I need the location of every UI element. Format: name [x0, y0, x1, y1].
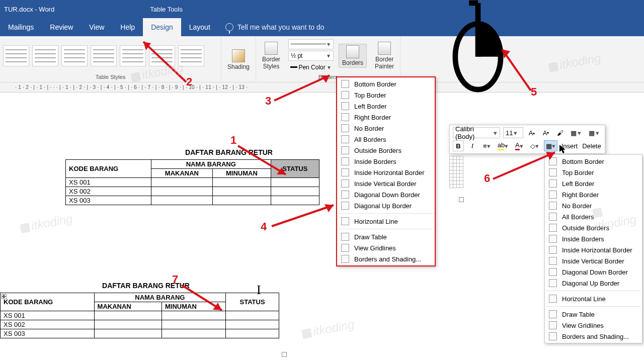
border-styles-button[interactable]: Border Styles [259, 41, 283, 71]
border-option-icon [341, 191, 349, 199]
menu-item-draw-table[interactable]: Draw Table [337, 231, 435, 242]
table-style-3[interactable] [61, 45, 88, 66]
table-style-1[interactable] [3, 45, 29, 66]
menu-item-horizontal-line[interactable]: Horizontal Line [545, 293, 642, 304]
th-makanan[interactable]: MAKANAN [151, 169, 212, 178]
grow-font-icon[interactable]: A▴ [526, 127, 537, 138]
th-status[interactable]: STATUS [271, 160, 319, 178]
ruler[interactable]: · 1 · 2 · | · 1 · | · · · | · 1 · | · 2 … [0, 82, 644, 93]
bold-button[interactable]: B [453, 140, 464, 151]
group-shading: Shading [221, 36, 256, 82]
th-kode[interactable]: KODE BARANG [66, 160, 151, 178]
table-2[interactable]: KODE BARANG NAMA BARANG STATUS MAKANAN M… [0, 293, 279, 338]
menu-item-top-border[interactable]: Top Border [337, 89, 435, 101]
table-resize-handle[interactable] [282, 352, 287, 357]
table-style-5[interactable] [120, 45, 146, 66]
pen-color-select[interactable]: Pen Color▾ [288, 62, 334, 72]
watermark: itkoding [301, 317, 355, 340]
menu-item-all-borders[interactable]: All Borders [545, 211, 642, 222]
tab-mailings[interactable]: Mailings [0, 18, 42, 36]
ribbon: Table Styles Shading Border Styles ▾ ½ p… [0, 36, 644, 82]
tell-me[interactable]: Tell me what you want to do [218, 23, 332, 31]
table-cell[interactable]: XS 001 [1, 311, 95, 320]
menu-item-inside-borders[interactable]: Inside Borders [337, 156, 435, 167]
menu-item-bottom-border[interactable]: Bottom Border [545, 156, 642, 167]
menu-item-left-border[interactable]: Left Border [337, 101, 435, 112]
menu-item-inside-vertical-border[interactable]: Inside Vertical Border [545, 255, 642, 266]
mini-size-select[interactable]: 11▾ [503, 127, 523, 138]
menu-item-diagonal-down-border[interactable]: Diagonal Down Border [337, 189, 435, 200]
table-cell[interactable]: XS 002 [1, 320, 95, 329]
menu-item-inside-borders[interactable]: Inside Borders [545, 233, 642, 244]
th-kode[interactable]: KODE BARANG [1, 293, 95, 311]
line-style-select[interactable]: ▾ [288, 39, 334, 49]
menu-item-horizontal-line[interactable]: Horizontal Line [337, 216, 435, 227]
menu-item-no-border[interactable]: No Border [545, 200, 642, 211]
menu-item-inside-horizontal-border[interactable]: Inside Horizontal Border [545, 244, 642, 255]
table-style-2[interactable] [32, 45, 58, 66]
border-option-icon [341, 157, 349, 165]
menu-item-right-border[interactable]: Right Border [545, 189, 642, 200]
menu-item-left-border[interactable]: Left Border [545, 178, 642, 189]
mini-borders-btn[interactable]: ▦▾ [569, 127, 584, 138]
tab-help[interactable]: Help [112, 18, 143, 36]
border-painter-label: Border Painter [375, 56, 394, 70]
title-bar: TUR.docx - Word Table Tools [0, 0, 644, 18]
table-style-4[interactable] [91, 45, 117, 66]
table-cell[interactable]: XS 001 [66, 178, 151, 187]
border-painter-button[interactable]: Border Painter [372, 41, 397, 71]
table-style-6[interactable] [149, 45, 175, 66]
shrink-font-icon[interactable]: A▾ [540, 127, 551, 138]
menu-item-outside-borders[interactable]: Outside Borders [545, 222, 642, 233]
th-status[interactable]: STATUS [226, 293, 279, 311]
table-1[interactable]: KODE BARANG NAMA BARANG STATUS MAKANAN M… [65, 159, 319, 205]
menu-item-all-borders[interactable]: All Borders [337, 134, 435, 145]
menu-item-bottom-border[interactable]: Bottom Border [337, 78, 435, 89]
fill-color-button[interactable]: ◇▾ [528, 140, 541, 151]
table-style-7[interactable] [178, 45, 204, 66]
border-option-icon [341, 244, 349, 252]
th-nama[interactable]: NAMA BARANG [151, 160, 271, 169]
font-color-button[interactable]: A▾ [513, 140, 525, 151]
delete-button[interactable]: Delete [582, 140, 602, 151]
line-weight-select[interactable]: ½ pt▾ [288, 51, 334, 61]
tab-design[interactable]: Design [143, 18, 181, 36]
menu-item-inside-horizontal-border[interactable]: Inside Horizontal Border [337, 167, 435, 178]
menu-item-diagonal-up-border[interactable]: Diagonal Up Border [337, 200, 435, 211]
tab-review[interactable]: Review [42, 18, 81, 36]
table-cell[interactable]: XS 003 [1, 329, 95, 338]
border-option-icon [341, 255, 349, 263]
th-nama[interactable]: NAMA BARANG [94, 293, 226, 302]
align-button[interactable]: ≡▾ [481, 140, 493, 151]
format-painter-icon[interactable]: 🖌 [554, 127, 566, 138]
menu-item-borders-and-shading-[interactable]: Borders and Shading... [545, 331, 642, 342]
menu-item-diagonal-up-border[interactable]: Diagonal Up Border [545, 278, 642, 289]
menu-item-view-gridlines[interactable]: View Gridlines [545, 320, 642, 331]
tab-layout[interactable]: Layout [181, 18, 218, 36]
menu-item-outside-borders[interactable]: Outside Borders [337, 145, 435, 156]
mini-table-resize[interactable] [459, 197, 464, 202]
menu-item-draw-table[interactable]: Draw Table [545, 309, 642, 320]
table-cell[interactable]: XS 003 [66, 196, 151, 205]
italic-button[interactable]: I [467, 140, 478, 151]
menu-item-top-border[interactable]: Top Border [545, 167, 642, 178]
border-styles-label: Border Styles [262, 56, 280, 70]
menu-item-right-border[interactable]: Right Border [337, 112, 435, 123]
mini-something-btn[interactable]: ▦▾ [587, 127, 602, 138]
th-minuman[interactable]: MINUMAN [162, 302, 226, 311]
tab-view[interactable]: View [81, 18, 112, 36]
mini-borders-dropdown-btn[interactable]: ▦▾ [544, 140, 557, 151]
menu-item-no-border[interactable]: No Border [337, 123, 435, 134]
th-minuman[interactable]: MINUMAN [213, 169, 271, 178]
th-makanan[interactable]: MAKANAN [94, 302, 162, 311]
menu-item-diagonal-down-border[interactable]: Diagonal Down Border [545, 266, 642, 278]
menu-item-view-gridlines[interactable]: View Gridlines [337, 242, 435, 253]
menu-item-inside-vertical-border[interactable]: Inside Vertical Border [337, 178, 435, 189]
borders-button[interactable]: Borders [339, 44, 367, 68]
menu-item-borders-and-shading-[interactable]: Borders and Shading... [337, 253, 435, 264]
highlight-button[interactable]: ab▾ [496, 140, 510, 151]
mini-table-preview [449, 156, 463, 188]
table-cell[interactable]: XS 002 [66, 187, 151, 196]
mini-font-select[interactable]: Calibri (Body)▾ [453, 127, 500, 138]
shading-button[interactable]: Shading [224, 48, 253, 71]
